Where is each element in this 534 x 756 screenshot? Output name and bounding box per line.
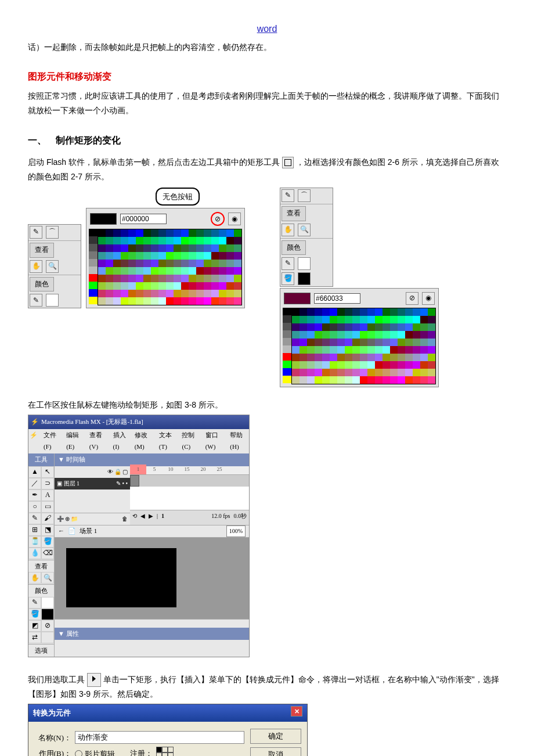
current-swatch xyxy=(284,293,311,304)
menu-item[interactable]: 修改(M) xyxy=(135,430,153,453)
text-tool[interactable]: A xyxy=(41,489,54,501)
color-palette[interactable] xyxy=(291,308,436,384)
fill-icon: 🪣 xyxy=(282,272,294,285)
hand-tool[interactable]: ✋ xyxy=(28,572,41,584)
scene-name[interactable]: 场景 1 xyxy=(80,525,97,537)
paragraph: 话）一起删除，而去除帧如此是只把帧上的内容清空，帧仍然存在。 xyxy=(28,40,506,55)
oval-tool[interactable]: ○ xyxy=(28,501,41,513)
grayscale-column[interactable] xyxy=(89,229,98,305)
lock-icon[interactable]: 🔒 xyxy=(114,467,121,477)
rect-tool[interactable]: ▭ xyxy=(41,501,54,513)
eraser-icon: ⌒ xyxy=(46,226,59,239)
arrow-tool[interactable]: ▲ xyxy=(28,466,41,478)
scrollbar[interactable] xyxy=(55,619,249,628)
fill-color[interactable]: 🪣 xyxy=(28,609,41,620)
stroke-swatch[interactable] xyxy=(298,257,311,270)
section-heading: 图形元件和移动渐变 xyxy=(28,69,506,85)
menu-item[interactable]: 文本(T) xyxy=(159,430,176,453)
color-wheel-icon[interactable]: ◉ xyxy=(422,292,435,305)
eraser-tool[interactable]: ⌫ xyxy=(41,548,54,559)
pencil-icon: ✎ xyxy=(30,226,42,239)
zoom-icon: 🔍 xyxy=(46,260,59,273)
stroke-icon: ✎ xyxy=(30,294,42,307)
pencil-tool[interactable]: ✎ xyxy=(28,513,41,524)
trash-icon[interactable]: 🗑 xyxy=(122,514,128,524)
stroke-swatch[interactable] xyxy=(41,597,54,609)
add-folder-icon[interactable]: 📁 xyxy=(71,514,78,524)
header-link[interactable]: word xyxy=(28,21,506,38)
eye-icon[interactable]: 👁 xyxy=(107,467,113,477)
flash-window: ⚡ Macromedia Flash MX - [无标题-1.fla] ⚡ 文件… xyxy=(28,415,250,657)
color-label: 颜色 xyxy=(28,585,54,597)
menu-item[interactable]: 帮助(H) xyxy=(230,430,248,453)
registration-label: 注册： xyxy=(130,749,153,756)
zoom-input[interactable]: 100% xyxy=(226,525,246,537)
time-label: 0.0秒 xyxy=(234,511,247,521)
current-swatch xyxy=(90,213,117,225)
stroke-color[interactable]: ✎ xyxy=(28,597,41,609)
ok-button[interactable]: 确定 xyxy=(250,729,301,744)
subselect-tool[interactable]: ↖ xyxy=(41,466,54,478)
ink-bottle-tool[interactable]: 🫙 xyxy=(28,536,41,548)
stage[interactable] xyxy=(55,538,249,619)
no-color-button[interactable]: ⊘ xyxy=(406,292,418,305)
radio-movieclip[interactable]: 影片剪辑 xyxy=(75,747,115,756)
paragraph: 我们用选取工具 单击一下矩形，执行【插入】菜单下的【转换成元件】命令，将弹出一对… xyxy=(28,672,506,701)
paragraph: 按照正常习惯，此时应该讲工具的使用了，但是考虑到读者刚刚理解完上面关于帧的一些枯… xyxy=(28,89,506,118)
callout-no-color: 无色按钮 xyxy=(156,188,200,206)
line-tool[interactable]: ／ xyxy=(28,478,41,489)
registration-grid[interactable] xyxy=(156,747,172,756)
menu-item[interactable]: 查看(V) xyxy=(89,430,107,453)
fps-label: 12.0 fps xyxy=(211,511,230,521)
lasso-tool[interactable]: ⊃ xyxy=(41,478,54,489)
properties-header[interactable]: ▼ 属性 xyxy=(55,628,249,640)
cancel-button[interactable]: 取消 xyxy=(250,747,301,756)
menu-item[interactable]: 控制(C) xyxy=(182,430,199,453)
brush-tool[interactable]: 🖌 xyxy=(41,513,54,524)
name-input[interactable] xyxy=(75,731,244,744)
color-wheel-icon[interactable]: ◉ xyxy=(228,213,241,225)
dialog-titlebar: 转换为元件 ✕ xyxy=(28,704,307,721)
eyedropper-tool[interactable]: 💧 xyxy=(28,548,41,559)
pen-tool[interactable]: ✒ xyxy=(28,489,41,501)
fill-swatch[interactable] xyxy=(298,272,311,285)
hex-input[interactable] xyxy=(314,293,360,304)
tools-header: 工具 xyxy=(28,453,54,466)
close-icon[interactable]: ✕ xyxy=(291,706,302,717)
default-colors[interactable]: ◩ xyxy=(28,620,41,632)
name-label: 名称(N)： xyxy=(34,731,71,744)
menu-item[interactable]: 编辑(E) xyxy=(66,430,84,453)
paint-bucket-tool[interactable]: 🪣 xyxy=(41,536,54,548)
menu-item[interactable]: 插入(I) xyxy=(113,430,129,453)
menu-item[interactable]: 窗口(W) xyxy=(205,430,225,453)
view-label: 查看 xyxy=(28,561,54,573)
no-color[interactable]: ⊘ xyxy=(41,620,54,632)
menu-item[interactable]: 文件(F) xyxy=(44,430,60,453)
transform-tool[interactable]: ⊞ xyxy=(28,524,41,536)
paragraph: 在工作区按住鼠标左键拖动绘制矩形，如图 3-8 所示。 xyxy=(28,398,506,412)
zoom-tool[interactable]: 🔍 xyxy=(41,572,54,584)
keyframe[interactable] xyxy=(130,475,139,487)
window-titlebar: ⚡ Macromedia Flash MX - [无标题-1.fla] xyxy=(28,415,249,429)
no-color-button[interactable]: ⊘ xyxy=(211,212,225,226)
panel-label-color: 颜色 xyxy=(282,240,306,255)
app-icon: ⚡ xyxy=(30,430,38,453)
panel-label-view: 查看 xyxy=(282,206,306,221)
add-layer-icon[interactable]: ➕ xyxy=(57,514,64,524)
hex-input[interactable] xyxy=(120,214,167,224)
color-palette[interactable] xyxy=(98,229,242,305)
stroke-swatch[interactable] xyxy=(46,294,59,307)
add-guide-icon[interactable]: ⊕ xyxy=(65,514,70,524)
outline-icon[interactable]: ▢ xyxy=(122,467,128,477)
timeline-ruler[interactable]: 1510152025 xyxy=(130,466,249,475)
layer-name[interactable]: 图层 1 xyxy=(64,478,80,489)
selection-tool-icon xyxy=(87,673,101,687)
fill-transform-tool[interactable]: ⬔ xyxy=(41,524,54,536)
drawn-rectangle[interactable] xyxy=(66,548,176,607)
fill-swatch[interactable] xyxy=(41,609,54,620)
stroke-icon: ✎ xyxy=(282,257,294,270)
swap-colors[interactable]: ⇄ xyxy=(28,632,41,643)
menu-bar[interactable]: ⚡ 文件(F) 编辑(E) 查看(V) 插入(I) 修改(M) 文本(T) 控制… xyxy=(28,429,249,453)
grayscale-column[interactable] xyxy=(283,308,291,384)
hand-icon: ✋ xyxy=(30,260,42,273)
